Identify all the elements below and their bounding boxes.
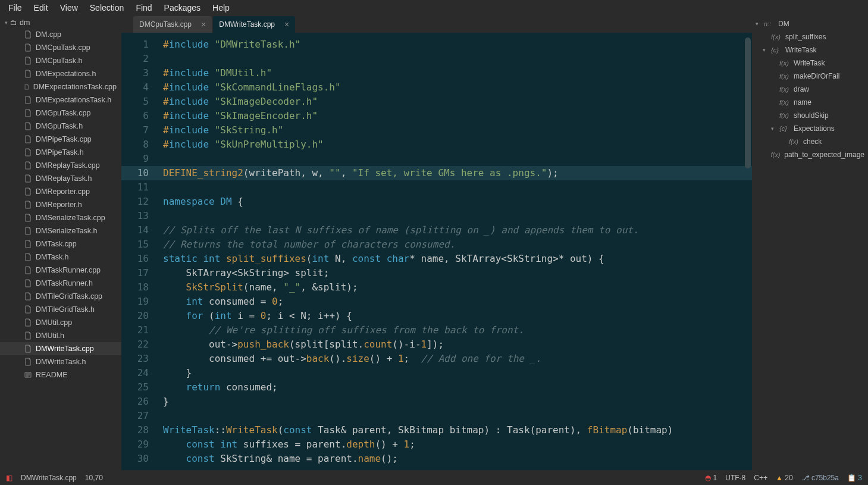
- file-label: DMWriteTask.cpp: [36, 345, 94, 353]
- outline-item[interactable]: f(x)check: [752, 135, 868, 148]
- status-language[interactable]: C++: [754, 474, 767, 482]
- symbol-kind-icon: f(x): [789, 138, 801, 145]
- symbol-kind-icon: f(x): [770, 151, 782, 158]
- menubar: FileEditViewSelectionFindPackagesHelp: [0, 0, 868, 15]
- chevron-icon: ▾: [771, 126, 777, 132]
- tree-file[interactable]: DMReplayTask.cpp: [0, 159, 121, 172]
- editor-area: DMCpuTask.cpp×DMWriteTask.cpp× 123456789…: [121, 15, 752, 470]
- outline-item[interactable]: f(x)makeDirOrFail: [752, 70, 868, 83]
- file-label: DMReporter.h: [36, 201, 82, 209]
- status-errors[interactable]: ◓ 1: [705, 474, 717, 482]
- menu-file[interactable]: File: [2, 3, 28, 12]
- tree-file[interactable]: DMTask.h: [0, 251, 121, 264]
- outline-label: WriteTask: [785, 46, 816, 54]
- tree-file[interactable]: DM.cpp: [0, 28, 121, 41]
- status-clipboard[interactable]: 📋 3: [847, 474, 862, 482]
- tree-file[interactable]: DMGpuTask.cpp: [0, 107, 121, 120]
- tree-file[interactable]: DMPipeTask.h: [0, 146, 121, 159]
- editor-tab[interactable]: DMWriteTask.cpp×: [213, 16, 295, 33]
- vertical-scrollbar[interactable]: [745, 37, 751, 168]
- file-label: DMExpectationsTask.h: [36, 96, 111, 104]
- tree-file[interactable]: DMPipeTask.cpp: [0, 133, 121, 146]
- tree-file[interactable]: DMExpectationsTask.cpp: [0, 80, 121, 93]
- file-label: DMGpuTask.h: [36, 122, 83, 130]
- status-warnings[interactable]: ▲ 20: [776, 474, 793, 482]
- outline-label: check: [803, 137, 822, 146]
- chevron-icon: ▾: [763, 47, 769, 53]
- file-label: DMReplayTask.cpp: [36, 161, 100, 170]
- line-number-gutter: 1234567891011121314151617181920212223242…: [121, 33, 157, 470]
- tree-file[interactable]: DMUtil.cpp: [0, 316, 121, 329]
- tree-file[interactable]: DMTileGridTask.cpp: [0, 290, 121, 303]
- tree-file[interactable]: DMTileGridTask.h: [0, 303, 121, 316]
- file-label: DMCpuTask.cpp: [36, 43, 90, 52]
- outline-item[interactable]: f(x)WriteTask: [752, 57, 868, 70]
- menu-help[interactable]: Help: [206, 3, 236, 12]
- tree-file[interactable]: DMWriteTask.cpp: [0, 342, 121, 355]
- menu-selection[interactable]: Selection: [84, 3, 130, 12]
- outline-item[interactable]: ▾{c}WriteTask: [752, 43, 868, 57]
- outline-item[interactable]: ▾n::DM: [752, 17, 868, 30]
- tree-file[interactable]: DMSerializeTask.h: [0, 224, 121, 237]
- tree-file[interactable]: DMUtil.h: [0, 329, 121, 342]
- outline-label: draw: [794, 85, 809, 93]
- outline-item[interactable]: f(x)name: [752, 96, 868, 109]
- menu-packages[interactable]: Packages: [158, 3, 206, 12]
- file-label: DMWriteTask.h: [36, 358, 86, 366]
- menu-edit[interactable]: Edit: [28, 3, 54, 12]
- close-icon[interactable]: ×: [201, 20, 206, 29]
- tree-file[interactable]: DMReplayTask.h: [0, 172, 121, 185]
- folder-label: dm: [20, 18, 30, 27]
- file-label: DMReporter.cpp: [36, 187, 90, 196]
- file-label: DMTileGridTask.h: [36, 305, 95, 314]
- file-label: DMUtil.h: [36, 331, 64, 340]
- editor-tab[interactable]: DMCpuTask.cpp×: [133, 16, 212, 33]
- outline-label: makeDirOrFail: [794, 72, 839, 80]
- tree-folder-root[interactable]: ▾ 🗀 dm: [0, 17, 121, 28]
- outline-item[interactable]: ▾{c}Expectations: [752, 122, 868, 135]
- tree-file[interactable]: DMReporter.cpp: [0, 185, 121, 198]
- status-bar: ◧ DMWriteTask.cpp 10,70 ◓ 1 UTF-8 C++ ▲ …: [0, 470, 868, 485]
- outline-item[interactable]: f(x)shouldSkip: [752, 109, 868, 122]
- tree-file[interactable]: README: [0, 368, 121, 381]
- chevron-icon: ▾: [756, 21, 762, 27]
- status-cursor-position[interactable]: 10,70: [85, 474, 103, 482]
- symbol-kind-icon: f(x): [779, 112, 791, 119]
- outline-item[interactable]: f(x)path_to_expected_image: [752, 148, 868, 161]
- status-encoding[interactable]: UTF-8: [725, 474, 745, 482]
- outline-item[interactable]: f(x)split_suffixes: [752, 30, 868, 43]
- tree-file[interactable]: DMCpuTask.cpp: [0, 41, 121, 54]
- code-content[interactable]: #include "DMWriteTask.h" #include "DMUti…: [157, 33, 752, 470]
- symbol-kind-icon: {c}: [779, 125, 791, 132]
- symbol-kind-icon: {c}: [771, 46, 783, 54]
- file-label: DMPipeTask.h: [36, 148, 84, 157]
- file-label: DMCpuTask.h: [36, 57, 83, 65]
- status-git-branch[interactable]: ⎇ c75b25a: [801, 474, 839, 482]
- close-icon[interactable]: ×: [284, 20, 289, 29]
- code-editor[interactable]: 1234567891011121314151617181920212223242…: [121, 33, 752, 470]
- tree-file[interactable]: DMTaskRunner.h: [0, 277, 121, 290]
- tree-file[interactable]: DMTaskRunner.cpp: [0, 264, 121, 277]
- outline-item[interactable]: f(x)draw: [752, 83, 868, 96]
- file-label: README: [36, 371, 67, 379]
- menu-view[interactable]: View: [54, 3, 84, 12]
- tree-file[interactable]: DMSerializeTask.cpp: [0, 211, 121, 224]
- tree-file[interactable]: DMCpuTask.h: [0, 54, 121, 67]
- file-label: DMSerializeTask.h: [36, 227, 98, 235]
- tree-file[interactable]: DMWriteTask.h: [0, 355, 121, 368]
- file-tree-sidebar: ▾ 🗀 dm DM.cppDMCpuTask.cppDMCpuTask.hDME…: [0, 15, 121, 470]
- folder-icon: 🗀: [10, 18, 17, 27]
- file-label: DMTaskRunner.cpp: [36, 266, 101, 274]
- tree-file[interactable]: DMTask.cpp: [0, 237, 121, 251]
- tree-file[interactable]: DMExpectations.h: [0, 67, 121, 80]
- file-label: DMReplayTask.h: [36, 174, 92, 183]
- status-filename[interactable]: DMWriteTask.cpp: [21, 474, 77, 482]
- symbol-kind-icon: f(x): [779, 60, 791, 67]
- tree-file[interactable]: DMExpectationsTask.h: [0, 93, 121, 107]
- tree-file[interactable]: DMGpuTask.h: [0, 120, 121, 133]
- file-label: DMSerializeTask.cpp: [36, 214, 105, 222]
- menu-find[interactable]: Find: [130, 3, 158, 12]
- file-status-icon: ◧: [6, 474, 12, 482]
- tree-file[interactable]: DMReporter.h: [0, 198, 121, 211]
- outline-label: path_to_expected_image: [784, 151, 864, 159]
